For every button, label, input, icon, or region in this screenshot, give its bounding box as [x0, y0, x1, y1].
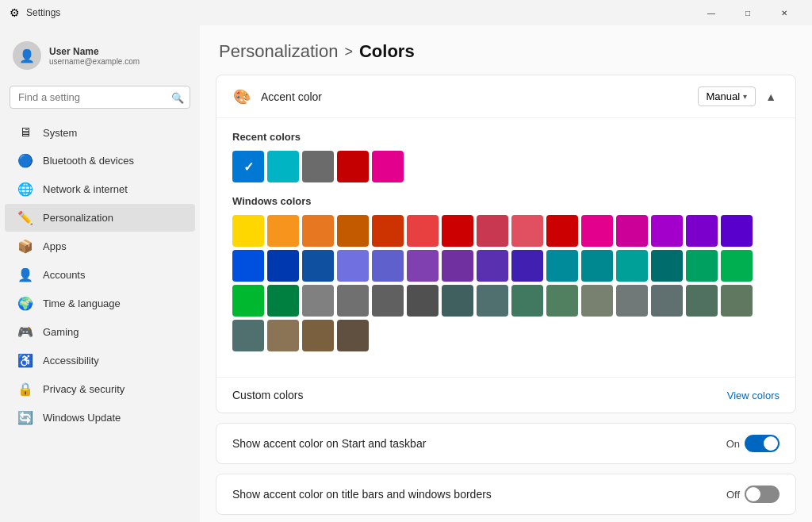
- search-input[interactable]: [10, 86, 190, 109]
- minimize-button[interactable]: —: [693, 0, 730, 25]
- toggle-control-0: On: [726, 435, 779, 452]
- sidebar-item-windows-update[interactable]: 🔄 Windows Update: [5, 404, 195, 432]
- sidebar-item-personalization[interactable]: ✏️ Personalization: [5, 204, 195, 232]
- recent-swatch-0[interactable]: [232, 151, 264, 182]
- windows-swatch-4-5[interactable]: [616, 285, 648, 317]
- breadcrumb-parent: Personalization: [219, 41, 338, 62]
- close-button[interactable]: ✕: [766, 0, 802, 25]
- accent-color-header-row: 🎨 Accent color Manual ▾ ▲: [216, 75, 795, 118]
- windows-swatch-0-1[interactable]: [267, 215, 299, 247]
- windows-swatch-0-0[interactable]: [232, 215, 264, 247]
- windows-swatch-3-8[interactable]: [407, 285, 439, 317]
- windows-swatch-5-3[interactable]: [337, 320, 369, 351]
- windows-swatch-4-1[interactable]: [477, 285, 508, 317]
- windows-swatch-0-8[interactable]: [511, 215, 543, 247]
- content-area: Personalization > Colors 🎨 Accent color …: [200, 25, 812, 522]
- windows-swatch-3-7[interactable]: [372, 285, 404, 317]
- windows-swatch-3-1[interactable]: [686, 250, 718, 282]
- recent-swatch-1[interactable]: [267, 151, 299, 182]
- windows-swatch-5-1[interactable]: [267, 320, 299, 351]
- sidebar-item-apps[interactable]: 📦 Apps: [5, 232, 195, 260]
- breadcrumb-current: Colors: [359, 41, 415, 62]
- windows-swatch-2-3[interactable]: [442, 250, 473, 282]
- windows-swatch-0-7[interactable]: [477, 215, 508, 247]
- windows-swatch-4-7[interactable]: [686, 285, 718, 317]
- windows-swatch-1-6[interactable]: [232, 250, 264, 282]
- sidebar-item-label: Privacy & security: [43, 383, 124, 395]
- titlebar-left: ⚙ Settings: [10, 6, 60, 19]
- windows-swatch-4-2[interactable]: [511, 285, 543, 317]
- sidebar-item-accessibility[interactable]: ♿ Accessibility: [5, 347, 195, 374]
- windows-swatch-1-4[interactable]: [686, 215, 718, 247]
- windows-swatch-1-5[interactable]: [721, 215, 753, 247]
- windows-swatch-1-1[interactable]: [581, 215, 613, 247]
- windows-swatch-4-6[interactable]: [651, 285, 683, 317]
- collapse-icon[interactable]: ▲: [762, 87, 779, 106]
- maximize-button[interactable]: □: [730, 0, 766, 25]
- sidebar-item-system[interactable]: 🖥 System: [5, 119, 195, 146]
- recent-swatch-2[interactable]: [302, 151, 334, 182]
- windows-swatch-2-1[interactable]: [372, 250, 404, 282]
- windows-swatch-0-5[interactable]: [407, 215, 439, 247]
- windows-swatch-2-6[interactable]: [546, 250, 578, 282]
- windows-swatch-4-8[interactable]: [721, 285, 753, 317]
- search-box: 🔍: [10, 86, 190, 109]
- toggle-row-0: Show accent color on Start and taskbarOn: [216, 424, 795, 463]
- toggle-cards: Show accent color on Start and taskbarOn…: [200, 423, 812, 515]
- windows-swatch-0-3[interactable]: [337, 215, 369, 247]
- sidebar-item-label: Accounts: [43, 269, 85, 281]
- windows-swatch-4-3[interactable]: [546, 285, 578, 317]
- toggle-state-text-0: On: [726, 438, 740, 450]
- windows-swatch-1-7[interactable]: [267, 250, 299, 282]
- windows-swatch-3-5[interactable]: [302, 285, 334, 317]
- sidebar-user-email: username@example.com: [49, 57, 140, 66]
- windows-swatch-4-0[interactable]: [442, 285, 473, 317]
- toggle-knob-0: [764, 436, 778, 451]
- sidebar-item-accounts[interactable]: 👤 Accounts: [5, 261, 195, 289]
- view-colors-button[interactable]: View colors: [727, 390, 779, 401]
- titlebar: ⚙ Settings — □ ✕: [0, 0, 812, 25]
- windows-swatch-3-0[interactable]: [651, 250, 683, 282]
- windows-swatch-3-2[interactable]: [721, 250, 753, 282]
- sidebar-item-network[interactable]: 🌐 Network & internet: [5, 175, 195, 203]
- sidebar-item-time[interactable]: 🌍 Time & language: [5, 290, 195, 317]
- windows-swatch-1-3[interactable]: [651, 215, 683, 247]
- windows-swatch-2-2[interactable]: [407, 250, 439, 282]
- windows-swatch-1-8[interactable]: [302, 250, 334, 282]
- windows-swatch-2-7[interactable]: [581, 250, 613, 282]
- toggle-control-1: Off: [726, 486, 779, 503]
- toggle-switch-0[interactable]: [745, 435, 779, 452]
- windows-swatch-5-0[interactable]: [232, 320, 264, 351]
- sidebar-user-info: User Name username@example.com: [49, 46, 140, 66]
- recent-swatch-3[interactable]: [337, 151, 369, 182]
- windows-swatch-3-3[interactable]: [232, 285, 264, 317]
- recent-swatch-4[interactable]: [372, 151, 404, 182]
- windows-swatch-3-4[interactable]: [267, 285, 299, 317]
- sidebar-item-privacy[interactable]: 🔒 Privacy & security: [5, 375, 195, 403]
- windows-swatch-2-8[interactable]: [616, 250, 648, 282]
- accent-color-control: Manual ▾ ▲: [698, 86, 780, 106]
- windows-swatch-3-6[interactable]: [337, 285, 369, 317]
- windows-swatch-2-0[interactable]: [337, 250, 369, 282]
- windows-swatch-2-4[interactable]: [477, 250, 508, 282]
- manual-dropdown[interactable]: Manual ▾: [698, 86, 756, 106]
- toggle-label-0: Show accent color on Start and taskbar: [232, 437, 717, 450]
- windows-swatch-4-4[interactable]: [581, 285, 613, 317]
- windows-swatch-0-6[interactable]: [442, 215, 473, 247]
- toggle-switch-1[interactable]: [745, 486, 779, 503]
- sidebar-item-gaming[interactable]: 🎮 Gaming: [5, 318, 195, 346]
- sidebar-item-label: Personalization: [43, 212, 113, 224]
- toggle-knob-1: [746, 487, 760, 501]
- windows-swatch-1-0[interactable]: [546, 215, 578, 247]
- windows-swatch-0-2[interactable]: [302, 215, 334, 247]
- windows-swatch-1-2[interactable]: [616, 215, 648, 247]
- windows-swatch-2-5[interactable]: [511, 250, 543, 282]
- sidebar-item-bluetooth[interactable]: 🔵 Bluetooth & devices: [5, 147, 195, 175]
- windows-swatch-0-4[interactable]: [372, 215, 404, 247]
- dropdown-chevron-icon: ▾: [743, 92, 747, 101]
- app-body: 👤 User Name username@example.com 🔍 🖥 Sys…: [0, 25, 812, 522]
- apps-icon: 📦: [17, 239, 33, 254]
- sidebar-item-label: Gaming: [43, 326, 79, 338]
- nav-list: 🖥 System🔵 Bluetooth & devices🌐 Network &…: [0, 118, 200, 432]
- windows-swatch-5-2[interactable]: [302, 320, 334, 351]
